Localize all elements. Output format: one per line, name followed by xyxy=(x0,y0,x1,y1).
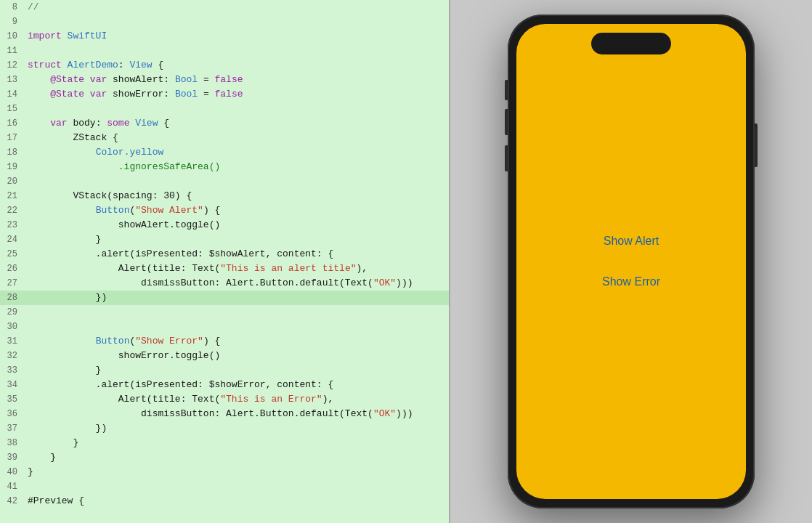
line-content: } xyxy=(23,232,449,247)
code-line-26: 26 Alert(title: Text("This is an alert t… xyxy=(0,262,449,276)
line-content: dismissButton: Alert.Button.default(Text… xyxy=(23,276,449,291)
code-line-39: 39 } xyxy=(0,450,449,465)
line-number: 12 xyxy=(0,58,23,73)
preview-panel: Show Alert Show Error xyxy=(450,0,812,523)
line-number: 36 xyxy=(0,407,23,421)
line-number: 16 xyxy=(0,116,23,131)
line-content: } xyxy=(23,363,449,378)
line-number: 40 xyxy=(0,465,23,479)
line-content: @State var showAlert: Bool = false xyxy=(23,73,449,87)
line-content: var body: some View { xyxy=(23,116,449,131)
code-line-32: 32 showError.toggle() xyxy=(0,349,449,363)
line-number: 15 xyxy=(0,102,23,116)
line-number: 32 xyxy=(0,349,23,363)
code-line-30: 30 xyxy=(0,320,449,334)
code-line-24: 24 } xyxy=(0,232,449,247)
code-line-29: 29 xyxy=(0,305,449,320)
line-number: 30 xyxy=(0,320,23,334)
code-line-36: 36 dismissButton: Alert.Button.default(T… xyxy=(0,407,449,421)
code-line-40: 40} xyxy=(0,465,449,479)
line-content: Alert(title: Text("This is an alert titl… xyxy=(23,262,449,276)
code-line-15: 15 xyxy=(0,102,449,116)
code-line-22: 22 Button("Show Alert") { xyxy=(0,203,449,218)
code-line-11: 11 xyxy=(0,44,449,58)
line-content: Button("Show Error") { xyxy=(23,334,449,349)
line-number: 22 xyxy=(0,203,23,218)
code-line-38: 38 } xyxy=(0,436,449,450)
line-number: 37 xyxy=(0,421,23,436)
code-line-14: 14 @State var showError: Bool = false xyxy=(0,87,449,102)
line-number: 23 xyxy=(0,218,23,232)
line-number: 18 xyxy=(0,145,23,160)
phone-screen: Show Alert Show Error xyxy=(516,24,746,499)
line-number: 29 xyxy=(0,305,23,320)
line-number: 24 xyxy=(0,232,23,247)
line-content: } xyxy=(23,465,449,479)
line-content: .ignoresSafeArea() xyxy=(23,160,449,174)
line-content: VStack(spacing: 30) { xyxy=(23,189,449,203)
line-number: 10 xyxy=(0,29,23,44)
code-line-8: 8// xyxy=(0,0,449,15)
phone-mockup: Show Alert Show Error xyxy=(508,15,755,508)
line-number: 34 xyxy=(0,378,23,392)
line-number: 17 xyxy=(0,131,23,145)
line-content: @State var showError: Bool = false xyxy=(23,87,449,102)
line-number: 19 xyxy=(0,160,23,174)
line-number: 25 xyxy=(0,247,23,262)
line-number: 21 xyxy=(0,189,23,203)
code-line-16: 16 var body: some View { xyxy=(0,116,449,131)
line-number: 41 xyxy=(0,479,23,494)
line-number: 31 xyxy=(0,334,23,349)
show-alert-button[interactable]: Show Alert xyxy=(598,232,665,251)
mute-button xyxy=(505,80,508,100)
line-content: } xyxy=(23,450,449,465)
line-number: 26 xyxy=(0,262,23,276)
code-line-12: 12struct AlertDemo: View { xyxy=(0,58,449,73)
code-line-21: 21 VStack(spacing: 30) { xyxy=(0,189,449,203)
code-line-9: 9 xyxy=(0,15,449,29)
line-number: 13 xyxy=(0,73,23,87)
code-line-33: 33 } xyxy=(0,363,449,378)
volume-up-button xyxy=(505,109,508,135)
code-line-35: 35 Alert(title: Text("This is an Error")… xyxy=(0,392,449,407)
code-line-13: 13 @State var showAlert: Bool = false xyxy=(0,73,449,87)
dynamic-island xyxy=(591,33,671,54)
line-content: import SwiftUI xyxy=(23,29,449,44)
code-line-31: 31 Button("Show Error") { xyxy=(0,334,449,349)
volume-down-button xyxy=(505,145,508,171)
line-number: 27 xyxy=(0,276,23,291)
line-number: 14 xyxy=(0,87,23,102)
code-line-10: 10import SwiftUI xyxy=(0,29,449,44)
code-line-34: 34 .alert(isPresented: $showError, conte… xyxy=(0,378,449,392)
code-line-23: 23 showAlert.toggle() xyxy=(0,218,449,232)
line-content: Button("Show Alert") { xyxy=(23,203,449,218)
line-number: 9 xyxy=(0,15,23,29)
line-number: 8 xyxy=(0,0,23,15)
line-number: 42 xyxy=(0,494,23,508)
code-line-28: 28 }) xyxy=(0,291,449,305)
line-content: .alert(isPresented: $showAlert, content:… xyxy=(23,247,449,262)
phone-content: Show Alert Show Error xyxy=(596,232,666,291)
line-content: ZStack { xyxy=(23,131,449,145)
line-content: struct AlertDemo: View { xyxy=(23,58,449,73)
line-content: #Preview { xyxy=(23,494,449,508)
code-line-18: 18 Color.yellow xyxy=(0,145,449,160)
line-content: showError.toggle() xyxy=(23,349,449,363)
line-content: // xyxy=(23,0,449,15)
line-content: }) xyxy=(23,421,449,436)
line-content: .alert(isPresented: $showError, content:… xyxy=(23,378,449,392)
line-number: 39 xyxy=(0,450,23,465)
power-button xyxy=(755,123,758,167)
show-error-button[interactable]: Show Error xyxy=(596,272,666,291)
code-line-17: 17 ZStack { xyxy=(0,131,449,145)
line-content: showAlert.toggle() xyxy=(23,218,449,232)
line-content: Alert(title: Text("This is an Error"), xyxy=(23,392,449,407)
line-content: } xyxy=(23,436,449,450)
line-number: 33 xyxy=(0,363,23,378)
code-line-37: 37 }) xyxy=(0,421,449,436)
code-editor[interactable]: 8//910import SwiftUI1112struct AlertDemo… xyxy=(0,0,450,523)
code-line-42: 42#Preview { xyxy=(0,494,449,508)
code-line-25: 25 .alert(isPresented: $showAlert, conte… xyxy=(0,247,449,262)
line-number: 28 xyxy=(0,291,23,305)
line-number: 11 xyxy=(0,44,23,58)
